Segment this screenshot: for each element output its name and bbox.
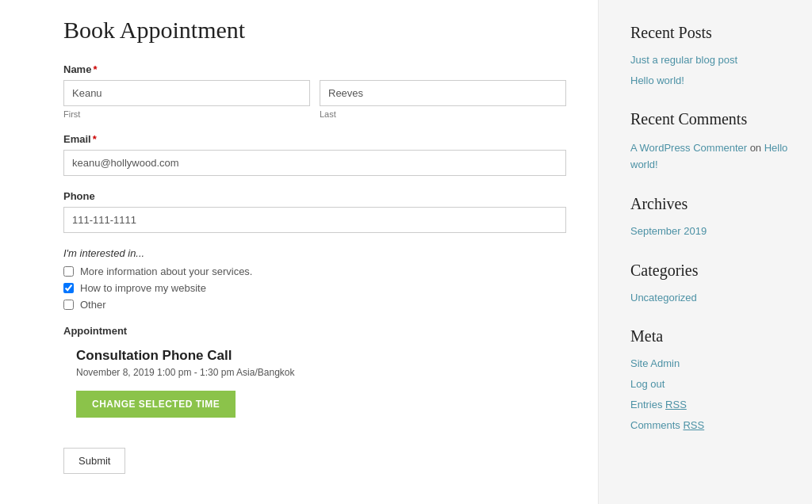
sidebar-meta-link-admin[interactable]: Site Admin: [630, 357, 788, 371]
required-star: *: [93, 63, 97, 75]
sidebar: Recent Posts Just a regular blog post He…: [598, 0, 812, 504]
categories-title: Categories: [630, 262, 788, 280]
name-group: Name* First Last: [63, 63, 566, 119]
checkbox-website[interactable]: [63, 283, 74, 293]
email-label: Email*: [63, 133, 566, 145]
email-input[interactable]: [63, 150, 566, 176]
sidebar-meta: Meta Site Admin Log out Entries RSS Comm…: [630, 327, 788, 433]
comment-on-text: on: [750, 142, 764, 154]
phone-group: Phone: [63, 190, 566, 233]
checkbox-item-website: How to improve my website: [63, 282, 566, 294]
main-content: Book Appointment Name* First Last Email*: [0, 0, 598, 504]
sidebar-archives: Archives September 2019: [630, 195, 788, 239]
recent-posts-title: Recent Posts: [630, 24, 788, 42]
archives-title: Archives: [630, 195, 788, 213]
appointment-group: Appointment Consultation Phone Call Nove…: [63, 325, 566, 418]
sidebar-post-link-2[interactable]: Hello world!: [630, 74, 788, 88]
phone-input[interactable]: [63, 207, 566, 233]
sidebar-category-link-1[interactable]: Uncategorized: [630, 291, 788, 305]
sidebar-meta-link-logout[interactable]: Log out: [630, 377, 788, 391]
submit-button[interactable]: Submit: [63, 448, 125, 474]
last-name-input[interactable]: [320, 80, 566, 106]
last-hint: Last: [320, 109, 566, 119]
appointment-time: November 8, 2019 1:00 pm - 1:30 pm Asia/…: [76, 367, 566, 378]
first-name-input[interactable]: [63, 80, 310, 106]
email-required-star: *: [93, 133, 97, 145]
sidebar-meta-link-comments-rss[interactable]: Comments RSS: [630, 418, 788, 433]
sidebar-meta-link-entries-rss[interactable]: Entries RSS: [630, 398, 788, 412]
checkbox-item-other: Other: [63, 299, 566, 311]
sidebar-archive-link-1[interactable]: September 2019: [630, 224, 788, 239]
comment-line: A WordPress Commenter on Hello world!: [630, 139, 788, 173]
change-time-button[interactable]: CHANGE SELECTED TIME: [76, 391, 236, 418]
interested-group: I'm interested in... More information ab…: [63, 247, 566, 311]
page-title: Book Appointment: [63, 16, 566, 44]
appointment-card: Consultation Phone Call November 8, 2019…: [76, 348, 566, 418]
appointment-section-label: Appointment: [63, 325, 566, 337]
checkbox-website-label: How to improve my website: [80, 282, 206, 294]
sidebar-post-link-1[interactable]: Just a regular blog post: [630, 53, 788, 67]
name-label: Name*: [63, 63, 566, 75]
appointment-title: Consultation Phone Call: [76, 348, 566, 364]
recent-comments-title: Recent Comments: [630, 110, 788, 128]
meta-title: Meta: [630, 327, 788, 346]
sidebar-categories: Categories Uncategorized: [630, 262, 788, 305]
checkbox-other[interactable]: [63, 300, 74, 310]
phone-label: Phone: [63, 190, 566, 202]
email-group: Email*: [63, 133, 566, 176]
checkbox-services-label: More information about your services.: [80, 265, 252, 277]
sidebar-recent-posts: Recent Posts Just a regular blog post He…: [630, 24, 788, 88]
first-hint: First: [63, 109, 310, 119]
checkbox-other-label: Other: [80, 299, 106, 311]
checkbox-services[interactable]: [63, 266, 74, 277]
interested-label: I'm interested in...: [63, 247, 566, 259]
sidebar-recent-comments: Recent Comments A WordPress Commenter on…: [630, 110, 788, 173]
checkbox-item-services: More information about your services.: [63, 265, 566, 277]
comment-author-link[interactable]: A WordPress Commenter: [630, 142, 747, 154]
